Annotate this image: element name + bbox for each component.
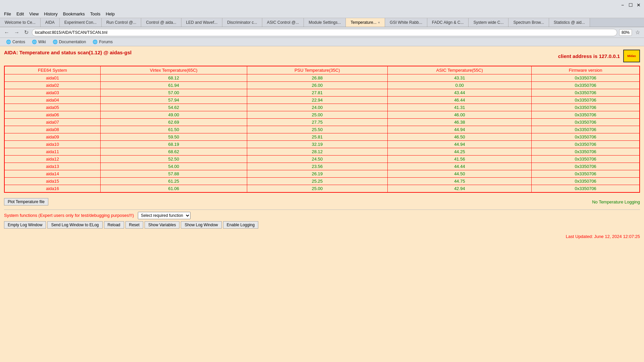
row-cell-4: 0x3350706 bbox=[532, 133, 640, 141]
browser-tab-7[interactable]: ASIC Control @... bbox=[262, 18, 304, 27]
browser-tab-13[interactable]: Spectrum Brow... bbox=[508, 18, 549, 27]
back-button[interactable]: ← bbox=[3, 29, 11, 36]
menu-tools[interactable]: Tools bbox=[88, 11, 103, 17]
table-row: aida1068.1932.1944.940x3350706 bbox=[4, 141, 640, 148]
row-label: aida11 bbox=[4, 148, 100, 156]
address-input[interactable] bbox=[32, 29, 617, 36]
minimize-button[interactable]: − bbox=[620, 2, 625, 8]
table-row: aida0554.6224.0041.310x3350706 bbox=[4, 104, 640, 111]
row-cell-2: 26.00 bbox=[247, 82, 387, 89]
row-cell-2: 27.75 bbox=[247, 119, 387, 126]
browser-tab-1[interactable]: AIDA bbox=[41, 18, 60, 27]
row-cell-2: 25.00 bbox=[247, 111, 387, 119]
menu-bookmarks[interactable]: Bookmarks bbox=[60, 11, 88, 17]
browser-tab-4[interactable]: Control @ aida... bbox=[141, 18, 181, 27]
action-btn-6[interactable]: Enable Logging bbox=[223, 221, 258, 229]
bookmark-centos[interactable]: 🌐 Centos bbox=[3, 39, 29, 45]
select-function-dropdown[interactable]: Select required function bbox=[138, 212, 191, 219]
midas-logo: Midas bbox=[623, 50, 640, 62]
table-header-1: Virtex Temperature(65C) bbox=[100, 66, 247, 74]
title-bar-right: − ☐ ✕ bbox=[620, 2, 641, 8]
bookmark-forums[interactable]: 🌐 Forums bbox=[89, 39, 116, 45]
browser-tab-14[interactable]: Statistics @ aid... bbox=[549, 18, 590, 27]
row-cell-1: 52.50 bbox=[100, 156, 247, 163]
row-label: aida01 bbox=[4, 74, 100, 82]
last-updated: Last Updated: June 12, 2024 12:07:25 bbox=[4, 234, 640, 239]
menu-view[interactable]: View bbox=[26, 11, 41, 17]
action-btn-1[interactable]: Send Log Window to ELog bbox=[47, 221, 102, 229]
zoom-badge: 80% bbox=[619, 29, 632, 36]
table-header-2: PSU Temperature(35C) bbox=[247, 66, 387, 74]
system-functions-label: System functions (Expert users only for … bbox=[4, 213, 134, 218]
row-cell-4: 0x3350706 bbox=[532, 111, 640, 119]
browser-tab-8[interactable]: Module Settings... bbox=[304, 18, 346, 27]
row-cell-4: 0x3350706 bbox=[532, 89, 640, 97]
table-row: aida1168.6228.1244.250x3350706 bbox=[4, 148, 640, 156]
action-btn-2[interactable]: Reload bbox=[104, 221, 124, 229]
row-cell-2: 24.00 bbox=[247, 104, 387, 111]
row-cell-4: 0x3350706 bbox=[532, 170, 640, 178]
row-cell-3: 46.44 bbox=[387, 97, 531, 104]
menu-history[interactable]: History bbox=[41, 11, 60, 17]
row-cell-2: 28.12 bbox=[247, 148, 387, 156]
browser-tab-2[interactable]: Experiment Con... bbox=[60, 18, 102, 27]
data-table: FEE64 SystemVirtex Temperature(65C)PSU T… bbox=[4, 66, 640, 193]
row-cell-3: 44.94 bbox=[387, 141, 531, 148]
bookmarks-bar: 🌐 Centos 🌐 Wiki 🌐 Documentation 🌐 Forums bbox=[0, 38, 644, 46]
menu-edit[interactable]: Edit bbox=[14, 11, 26, 17]
action-buttons-row: Empty Log WindowSend Log Window to ELogR… bbox=[4, 221, 640, 229]
row-cell-3: 41.56 bbox=[387, 156, 531, 163]
browser-tab-10[interactable]: GSI White Rabb... bbox=[385, 18, 427, 27]
forward-button[interactable]: → bbox=[13, 29, 21, 36]
row-cell-3: 44.50 bbox=[387, 170, 531, 178]
table-row: aida0649.0025.0046.000x3350706 bbox=[4, 111, 640, 119]
bookmark-documentation[interactable]: 🌐 Documentation bbox=[49, 39, 90, 45]
row-cell-3: 43.44 bbox=[387, 89, 531, 97]
row-label: aida13 bbox=[4, 163, 100, 170]
row-label: aida12 bbox=[4, 156, 100, 163]
row-cell-3: 42.94 bbox=[387, 185, 531, 193]
browser-tab-12[interactable]: System wide C... bbox=[469, 18, 508, 27]
row-cell-4: 0x3350706 bbox=[532, 82, 640, 89]
row-label: aida14 bbox=[4, 170, 100, 178]
row-cell-2: 32.19 bbox=[247, 141, 387, 148]
row-cell-2: 25.81 bbox=[247, 133, 387, 141]
menu-file[interactable]: File bbox=[1, 11, 14, 17]
maximize-button[interactable]: ☐ bbox=[628, 2, 633, 8]
row-cell-1: 49.00 bbox=[100, 111, 247, 119]
browser-tab-5[interactable]: LED and Wavef... bbox=[181, 18, 223, 27]
row-cell-1: 68.19 bbox=[100, 141, 247, 148]
row-cell-3: 43.31 bbox=[387, 74, 531, 82]
row-cell-1: 61.25 bbox=[100, 178, 247, 185]
row-label: aida07 bbox=[4, 119, 100, 126]
row-cell-3: 44.25 bbox=[387, 148, 531, 156]
tab-close-btn[interactable]: × bbox=[378, 20, 380, 24]
action-btn-4[interactable]: Show Variables bbox=[145, 221, 180, 229]
row-label: aida16 bbox=[4, 185, 100, 193]
reload-nav-button[interactable]: ↻ bbox=[23, 28, 30, 36]
close-button[interactable]: ✕ bbox=[636, 2, 641, 8]
browser-tab-0[interactable]: Welcome to Ce... bbox=[0, 18, 41, 27]
bookmark-wiki[interactable]: 🌐 Wiki bbox=[29, 39, 49, 45]
row-cell-4: 0x3350706 bbox=[532, 163, 640, 170]
row-label: aida05 bbox=[4, 104, 100, 111]
browser-tab-9[interactable]: Temperature...× bbox=[346, 18, 385, 27]
table-row: aida0168.1226.8843.310x3350706 bbox=[4, 74, 640, 82]
action-btn-5[interactable]: Show Log Window bbox=[181, 221, 221, 229]
browser-tab-3[interactable]: Run Control @... bbox=[102, 18, 142, 27]
menu-help[interactable]: Help bbox=[103, 11, 117, 17]
browser-tab-11[interactable]: FADC Align & C... bbox=[427, 18, 469, 27]
row-cell-4: 0x3350706 bbox=[532, 126, 640, 133]
action-btn-3[interactable]: Reset bbox=[125, 221, 143, 229]
action-btn-0[interactable]: Empty Log Window bbox=[4, 221, 46, 229]
row-label: aida02 bbox=[4, 82, 100, 89]
row-cell-3: 41.31 bbox=[387, 104, 531, 111]
row-cell-2: 25.50 bbox=[247, 126, 387, 133]
row-cell-2: 23.56 bbox=[247, 163, 387, 170]
bookmark-star-button[interactable]: ☆ bbox=[634, 28, 641, 36]
row-cell-1: 61.94 bbox=[100, 82, 247, 89]
row-label: aida09 bbox=[4, 133, 100, 141]
plot-temperature-button[interactable]: Plot Temperature file bbox=[4, 198, 48, 205]
browser-tab-6[interactable]: Discriminator c... bbox=[222, 18, 262, 27]
row-cell-4: 0x3350706 bbox=[532, 141, 640, 148]
